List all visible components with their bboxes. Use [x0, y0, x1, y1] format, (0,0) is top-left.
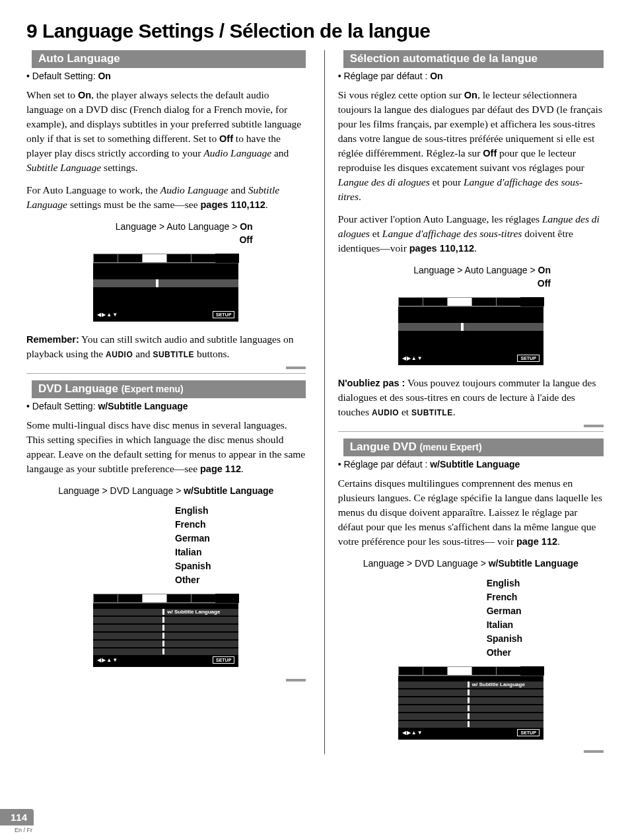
option: English	[175, 504, 306, 518]
text-italic: Audio Language	[160, 184, 228, 195]
option: Italian	[487, 618, 604, 632]
default-setting-dvd-fr: • Réglage par défaut : w/Subtitle Langua…	[338, 459, 604, 470]
default-setting-dvd: • Default Setting: w/Subtitle Language	[26, 401, 306, 411]
text: et	[399, 406, 411, 417]
heading-dvd-language-fr: Langue DVD (menu Expert)	[338, 438, 604, 456]
default-setting-auto: • Default Setting: On	[26, 71, 306, 81]
text: and	[271, 147, 289, 158]
option: French	[175, 518, 306, 532]
menu-options-dvd: English French German Italian Spanish Ot…	[26, 504, 306, 587]
menu-path-dvd: Language > DVD Language > w/Subtitle Lan…	[26, 484, 306, 497]
option: Other	[487, 646, 604, 660]
setup-button: SETUP	[517, 355, 539, 362]
osd-diagram-auto: ◀▶▲▼ SETUP	[26, 254, 306, 322]
option: German	[487, 604, 604, 618]
remember-note-fr: N'oubliez pas : Vous pouvez toujours com…	[338, 376, 604, 419]
column-english: Auto Language • Default Setting: On When…	[26, 50, 306, 754]
page-ref: page 112	[516, 536, 557, 547]
text: buttons.	[194, 348, 229, 359]
heading-auto-language-fr: Sélection automatique de la langue	[338, 50, 604, 68]
default-prefix: • Default Setting:	[26, 401, 98, 411]
option: Other	[175, 573, 306, 587]
path-selected: w/Subtitle Language	[489, 558, 578, 569]
page-ref: pages 110,112	[409, 243, 474, 254]
setup-button: SETUP	[213, 656, 234, 664]
default-prefix: • Réglage par défaut :	[338, 71, 431, 81]
nav-arrows-icon: ◀▶▲▼	[97, 312, 118, 318]
text: Some multi-lingual discs have disc menus…	[26, 419, 305, 474]
auto-language-para2: For Auto Language to work, the Audio Lan…	[26, 183, 306, 212]
auto-language-para1: When set to On, the player always select…	[26, 88, 306, 175]
divider-stub	[286, 679, 306, 682]
menu-path-auto-fr: Language > Auto Language > On Off	[338, 263, 584, 291]
text-bold: Off	[483, 148, 497, 158]
text-italic: Langue des di alogues	[338, 176, 430, 188]
text: Pour activer l'option Auto Language, les…	[338, 213, 542, 225]
divider	[26, 373, 306, 374]
button-ref: SUBTITLE	[153, 350, 194, 359]
text: settings.	[101, 162, 137, 173]
setup-button: SETUP	[213, 311, 234, 318]
text: and	[133, 348, 153, 359]
remember-keyword: Remember:	[26, 334, 79, 345]
default-value: w/Subtitle Language	[98, 401, 188, 411]
menu-path-dvd-fr: Language > DVD Language > w/Subtitle Lan…	[338, 557, 604, 570]
button-ref: AUDIO	[372, 408, 399, 417]
text-italic: Langue d'affichage des sous-titres	[382, 228, 522, 239]
remember-note: Remember: You can still switch audio and…	[26, 332, 306, 361]
text: Certains disques multilingues comprennen…	[338, 477, 602, 547]
chapter-title: 9 Language Settings / Sélection de la la…	[26, 20, 604, 42]
nav-arrows-icon: ◀▶▲▼	[402, 730, 423, 736]
text-bold: On	[464, 90, 477, 100]
path: Language > Auto Language >	[116, 221, 240, 232]
path-option: Off	[538, 278, 551, 289]
default-setting-auto-fr: • Réglage par défaut : On	[338, 71, 604, 81]
heading-text: Langue DVD	[350, 440, 420, 453]
option: Italian	[175, 545, 306, 559]
page-ref: pages 110,112	[200, 199, 265, 210]
setup-button: SETUP	[517, 729, 539, 736]
text: et pour	[430, 176, 464, 188]
text: settings must be the same—see	[67, 199, 200, 210]
default-value: w/Subtitle Language	[430, 459, 520, 470]
page-footer: 114 En / Fr	[0, 809, 34, 833]
auto-language-para1-fr: Si vous réglez cette option sur On, le l…	[338, 88, 604, 204]
text: .	[359, 191, 361, 202]
text: and	[228, 184, 248, 195]
text: .	[453, 406, 456, 417]
heading-dvd-language: DVD Language (Expert menu)	[26, 380, 306, 398]
default-prefix: • Réglage par défaut :	[338, 459, 431, 470]
text: .	[241, 463, 244, 474]
button-ref: AUDIO	[106, 350, 133, 359]
text: .	[557, 536, 560, 547]
path: Language > DVD Language >	[363, 558, 489, 569]
osd-label: w/ Subtitle Language	[167, 609, 220, 615]
option: German	[175, 532, 306, 545]
page-lang-indicator: En / Fr	[15, 827, 34, 833]
heading-sub: (Expert menu)	[122, 384, 184, 394]
osd-diagram-auto-fr: ◀▶▲▼ SETUP	[338, 297, 604, 365]
path-selected: On	[240, 221, 252, 232]
text: Si vous réglez cette option sur	[338, 89, 464, 100]
path: Language > Auto Language >	[413, 265, 538, 275]
text: .	[474, 242, 477, 254]
divider	[338, 431, 604, 432]
path: Language > DVD Language >	[58, 485, 184, 496]
menu-options-dvd-fr: English French German Italian Spanish Ot…	[338, 577, 604, 660]
option: English	[487, 577, 604, 590]
page-ref: page 112	[200, 464, 241, 474]
heading-auto-language: Auto Language	[26, 50, 306, 68]
text-italic: Subtitle Language	[26, 162, 101, 173]
text-bold: Off	[219, 133, 233, 144]
path-selected: w/Subtitle Language	[184, 485, 273, 496]
heading-text: DVD Language	[38, 382, 122, 395]
option: Spanish	[175, 559, 306, 573]
text: et	[370, 228, 382, 239]
page-number: 114	[0, 809, 34, 825]
option: Spanish	[487, 632, 604, 646]
button-ref: SUBTITLE	[411, 408, 453, 417]
dvd-language-para-fr: Certains disques multilingues comprennen…	[338, 476, 604, 549]
divider-stub	[584, 750, 604, 753]
nav-arrows-icon: ◀▶▲▼	[402, 355, 423, 361]
auto-language-para2-fr: Pour activer l'option Auto Language, les…	[338, 212, 604, 256]
